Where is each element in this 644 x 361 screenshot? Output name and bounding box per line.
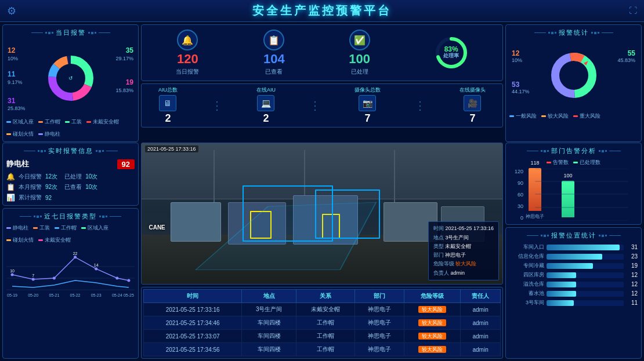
position-val: 12: [626, 290, 638, 297]
donut-labels-left: 12 10% 11 9.17% 31 25.83%: [8, 46, 26, 112]
svg-point-22: [115, 277, 118, 280]
position-bar-bg: [547, 254, 624, 260]
dept-grid: [526, 169, 638, 221]
cell-place: 车间四楼: [242, 343, 296, 356]
rate-circle: 83% 处理率: [435, 36, 468, 70]
camera-online-label: 在线摄像头: [460, 86, 486, 94]
svg-text:22: 22: [73, 251, 78, 256]
camera-online: 在线摄像头 🎥 7: [460, 86, 486, 125]
svg-text:05-24: 05-24: [112, 293, 122, 297]
position-bar-bg: [547, 300, 624, 306]
cell-risk: 较大风险: [404, 330, 461, 343]
table-row[interactable]: 2021-05-25 17:34:46 车间四楼 工作帽 神思电子 较大风险 a…: [144, 316, 501, 330]
col-dept: 部门: [354, 290, 404, 303]
position-row: 专间冷藏 19: [509, 262, 638, 269]
cell-place: 车间四楼: [242, 330, 296, 343]
aiu-total: AIU总数 🖥 2: [158, 86, 178, 125]
alert-stats-title: 报警统计: [509, 28, 638, 37]
svg-text:05-20: 05-20: [28, 293, 38, 297]
view-icon: 📋: [263, 30, 284, 50]
weekly-legend: 静电柱 工装 工作帽 区域入座 碰划火情 未戴安全帽: [6, 224, 135, 244]
svg-point-21: [95, 267, 97, 270]
position-label: 3号车间: [509, 299, 544, 307]
svg-text:05-22: 05-22: [70, 293, 81, 297]
alert-device-name: 静电柱: [6, 159, 29, 169]
left-bottom-col: 实时报警信息 静电柱 92 🔔 今日报警 12次 已处理 10次 📋 本月报警: [2, 143, 139, 359]
camera-online-value: 7: [469, 112, 475, 125]
position-val: 12: [626, 272, 638, 278]
cell-dept: 神思电子: [354, 316, 404, 330]
alert-table: 时间 地点 关系 部门 危险等级 责任人 2021-05-25 17:33:16…: [143, 289, 501, 356]
expand-icon[interactable]: ⛶: [629, 6, 637, 15]
daily-alert-donut-panel: 当日报警 12 10% 11 9.17% 31 25.83%: [2, 24, 139, 142]
position-bar-bg: [547, 263, 624, 269]
position-bar-fill: [547, 300, 574, 306]
aiu-total-label: AIU总数: [158, 86, 178, 94]
alert-row-daily: 🔔 今日报警 12次 已处理 10次: [6, 173, 135, 181]
top-row: 当日报警 12 10% 11 9.17% 31 25.83%: [2, 24, 642, 140]
weekly-chart-title: 近七日报警类型: [6, 212, 135, 221]
col-type: 关系: [296, 290, 355, 303]
clipboard-icon: 📋: [6, 183, 15, 191]
position-bar-fill: [547, 245, 620, 250]
cell-risk: 较大风险: [404, 316, 461, 330]
alert-table-panel: 时间 地点 关系 部门 危险等级 责任人 2021-05-25 17:33:16…: [141, 287, 503, 359]
position-row: 3号车间 11: [509, 299, 638, 307]
stat-handled: ✅ 100 已处理: [349, 30, 370, 76]
camera-panel: CANE 2021-05-25 17:33:16 时间 2021-05-25 1…: [141, 143, 503, 285]
table-row[interactable]: 2021-05-25 17:33:07 车间四楼 工作帽 神思电子 较大风险 a…: [144, 330, 501, 343]
position-bar-fill: [547, 291, 576, 297]
position-label: 车间入口: [509, 243, 544, 251]
handled-icon: ✅: [349, 30, 370, 50]
svg-point-18: [32, 278, 35, 281]
realtime-alert-panel: 实时报警信息 静电柱 92 🔔 今日报警 12次 已处理 10次 📋 本月报警: [2, 143, 139, 206]
donut-svg-left: ↺: [45, 52, 97, 104]
camera-timestamp: 2021-05-25 17:33:16: [145, 145, 198, 152]
svg-text:↺: ↺: [68, 75, 73, 81]
donut-legend-left: 区域入座 工作帽 工装 未戴安全帽 碰划火情 静电柱: [6, 118, 135, 138]
cell-dept: 神思电子: [354, 303, 404, 316]
position-label: 四区库房: [509, 271, 544, 279]
cell-person: admin: [461, 303, 501, 316]
gear-icon[interactable]: ⚙: [7, 5, 16, 17]
svg-point-19: [53, 277, 56, 280]
stat-daily-alerts: 🔔 120 当日报警: [176, 30, 199, 76]
bell-icon: 🔔: [6, 173, 15, 181]
aiu-sep1: ⋮: [211, 86, 223, 125]
title-bar: ⚙ 安全生产监控预警平台 ⛶: [0, 0, 644, 22]
position-label: 专间冷藏: [509, 262, 544, 269]
position-chart-panel: 报警位置统计 车间入口 31 信息化仓库 23 专间冷藏 19 四区库房: [505, 227, 642, 359]
daily-alert-value: 120: [177, 52, 198, 67]
cell-type: 工作帽: [296, 343, 355, 356]
cane-label: CANE: [149, 224, 165, 231]
realtime-alert-title: 实时报警信息: [6, 147, 135, 155]
cell-type: 工作帽: [296, 330, 355, 343]
donut-svg-right: [548, 49, 600, 101]
center-bottom-col: CANE 2021-05-25 17:33:16 时间 2021-05-25 1…: [141, 143, 503, 359]
table-row[interactable]: 2021-05-25 17:33:16 3号生产间 未戴安全帽 神思电子 较大风…: [144, 303, 501, 316]
cell-time: 2021-05-25 17:34:56: [144, 343, 242, 356]
cell-person: admin: [461, 316, 501, 330]
svg-point-17: [11, 273, 14, 276]
cell-type: 工作帽: [296, 316, 355, 330]
aiu-online-icon: 💻: [257, 95, 274, 111]
position-bar-bg: [547, 291, 624, 297]
alert-stats-donut-panel: 报警统计 12 10% 53 44.17%: [505, 24, 642, 142]
cell-place: 3号生产间: [242, 303, 296, 316]
cell-person: admin: [461, 343, 501, 356]
weekly-line-chart: 10 7 22 14 05-19 05-20 05-21 05-22 05-23…: [6, 246, 135, 304]
position-val: 31: [626, 244, 638, 250]
cell-person: admin: [461, 330, 501, 343]
daily-alert-label: 当日报警: [176, 68, 199, 76]
position-row: 溢洗仓库 12: [509, 280, 638, 288]
donut-legend-right: 一般风险 较大风险 重大风险: [509, 112, 638, 120]
handled-value: 100: [349, 52, 370, 67]
position-val: 23: [626, 253, 638, 260]
handled-label: 已处理: [351, 68, 368, 76]
dept-chart-title: 部门告警分析: [509, 147, 638, 155]
aiu-total-value: 2: [165, 112, 171, 125]
svg-text:10: 10: [10, 269, 15, 273]
svg-text:05-21: 05-21: [49, 293, 59, 297]
table-row[interactable]: 2021-05-25 17:34:56 车间四楼 工作帽 神思电子 较大风险 a…: [144, 343, 501, 356]
alert-icon: 🔔: [177, 30, 198, 50]
